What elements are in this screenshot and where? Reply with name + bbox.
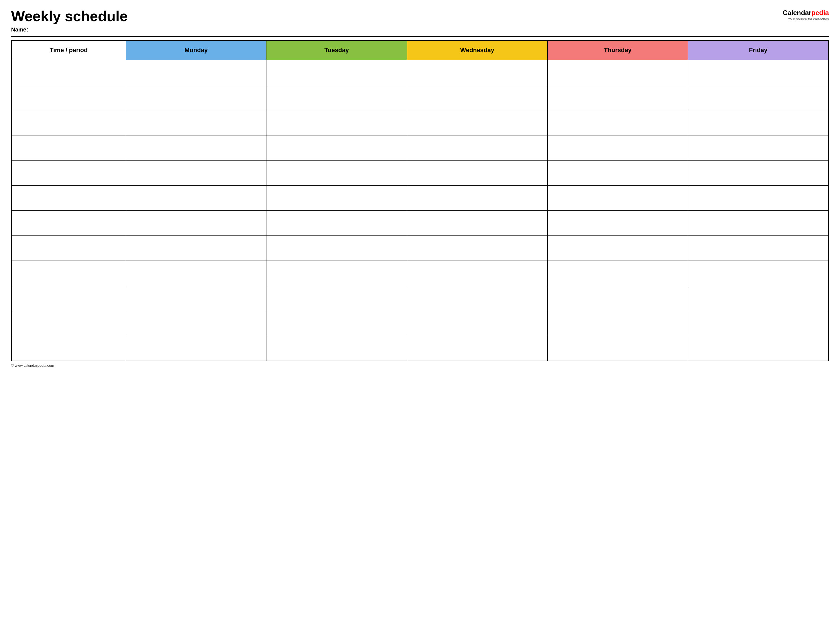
table-cell-row2-col0[interactable] — [11, 110, 126, 135]
table-row — [11, 260, 829, 285]
table-cell-row8-col1[interactable] — [126, 260, 266, 285]
title-section: Weekly schedule Name: — [11, 8, 128, 33]
table-cell-row0-col2[interactable] — [267, 60, 407, 85]
table-cell-row8-col3[interactable] — [407, 260, 547, 285]
col-header-thursday: Thursday — [547, 40, 688, 60]
table-cell-row5-col2[interactable] — [267, 185, 407, 210]
table-cell-row2-col3[interactable] — [407, 110, 547, 135]
table-cell-row7-col3[interactable] — [407, 235, 547, 260]
table-cell-row7-col1[interactable] — [126, 235, 266, 260]
table-row — [11, 135, 829, 160]
logo-text: Calendarpedia — [783, 9, 829, 16]
table-cell-row9-col4[interactable] — [547, 285, 688, 311]
table-cell-row8-col0[interactable] — [11, 260, 126, 285]
table-cell-row6-col2[interactable] — [267, 210, 407, 235]
logo-tagline: Your source for calendars — [788, 17, 829, 21]
table-cell-row8-col4[interactable] — [547, 260, 688, 285]
table-cell-row0-col3[interactable] — [407, 60, 547, 85]
col-header-monday: Monday — [126, 40, 266, 60]
table-cell-row4-col5[interactable] — [688, 160, 829, 185]
table-row — [11, 185, 829, 210]
table-cell-row7-col2[interactable] — [267, 235, 407, 260]
table-row — [11, 285, 829, 311]
logo-calendar: Calendar — [783, 9, 812, 16]
table-cell-row10-col3[interactable] — [407, 311, 547, 336]
table-cell-row5-col1[interactable] — [126, 185, 266, 210]
table-cell-row3-col4[interactable] — [547, 135, 688, 160]
table-cell-row1-col3[interactable] — [407, 85, 547, 110]
table-cell-row2-col1[interactable] — [126, 110, 266, 135]
table-cell-row10-col5[interactable] — [688, 311, 829, 336]
table-cell-row0-col5[interactable] — [688, 60, 829, 85]
table-cell-row8-col2[interactable] — [267, 260, 407, 285]
table-cell-row9-col5[interactable] — [688, 285, 829, 311]
table-cell-row0-col4[interactable] — [547, 60, 688, 85]
table-cell-row1-col2[interactable] — [267, 85, 407, 110]
col-header-time: Time / period — [11, 40, 126, 60]
col-header-friday: Friday — [688, 40, 829, 60]
table-cell-row3-col2[interactable] — [267, 135, 407, 160]
table-cell-row1-col5[interactable] — [688, 85, 829, 110]
table-cell-row11-col0[interactable] — [11, 336, 126, 361]
table-cell-row1-col1[interactable] — [126, 85, 266, 110]
table-cell-row2-col2[interactable] — [267, 110, 407, 135]
page-header: Weekly schedule Name: Calendarpedia Your… — [11, 8, 829, 33]
table-row — [11, 311, 829, 336]
table-cell-row2-col5[interactable] — [688, 110, 829, 135]
table-cell-row10-col0[interactable] — [11, 311, 126, 336]
table-cell-row11-col5[interactable] — [688, 336, 829, 361]
table-cell-row11-col4[interactable] — [547, 336, 688, 361]
table-cell-row1-col4[interactable] — [547, 85, 688, 110]
table-cell-row3-col0[interactable] — [11, 135, 126, 160]
table-cell-row0-col1[interactable] — [126, 60, 266, 85]
col-header-wednesday: Wednesday — [407, 40, 547, 60]
table-cell-row9-col0[interactable] — [11, 285, 126, 311]
col-header-tuesday: Tuesday — [267, 40, 407, 60]
footer: © www.calendarpedia.com — [11, 363, 829, 367]
logo-pedia: pedia — [811, 9, 829, 16]
table-cell-row4-col2[interactable] — [267, 160, 407, 185]
table-cell-row0-col0[interactable] — [11, 60, 126, 85]
table-cell-row3-col1[interactable] — [126, 135, 266, 160]
table-cell-row9-col3[interactable] — [407, 285, 547, 311]
header-divider — [11, 36, 829, 37]
table-cell-row1-col0[interactable] — [11, 85, 126, 110]
table-cell-row5-col4[interactable] — [547, 185, 688, 210]
table-row — [11, 160, 829, 185]
table-cell-row11-col2[interactable] — [267, 336, 407, 361]
table-cell-row7-col0[interactable] — [11, 235, 126, 260]
table-cell-row10-col4[interactable] — [547, 311, 688, 336]
table-cell-row4-col1[interactable] — [126, 160, 266, 185]
table-cell-row2-col4[interactable] — [547, 110, 688, 135]
table-cell-row6-col3[interactable] — [407, 210, 547, 235]
table-cell-row4-col3[interactable] — [407, 160, 547, 185]
table-cell-row5-col0[interactable] — [11, 185, 126, 210]
table-cell-row6-col5[interactable] — [688, 210, 829, 235]
table-cell-row5-col3[interactable] — [407, 185, 547, 210]
table-cell-row6-col1[interactable] — [126, 210, 266, 235]
table-cell-row10-col2[interactable] — [267, 311, 407, 336]
table-cell-row11-col3[interactable] — [407, 336, 547, 361]
table-cell-row7-col4[interactable] — [547, 235, 688, 260]
logo-section: Calendarpedia Your source for calendars — [783, 8, 829, 21]
name-label: Name: — [11, 27, 128, 33]
table-cell-row3-col5[interactable] — [688, 135, 829, 160]
table-cell-row9-col1[interactable] — [126, 285, 266, 311]
table-cell-row3-col3[interactable] — [407, 135, 547, 160]
table-row — [11, 85, 829, 110]
table-cell-row8-col5[interactable] — [688, 260, 829, 285]
table-cell-row4-col0[interactable] — [11, 160, 126, 185]
table-cell-row9-col2[interactable] — [267, 285, 407, 311]
table-cell-row6-col4[interactable] — [547, 210, 688, 235]
schedule-table: Time / period Monday Tuesday Wednesday T… — [11, 40, 829, 361]
table-cell-row7-col5[interactable] — [688, 235, 829, 260]
table-cell-row5-col5[interactable] — [688, 185, 829, 210]
table-cell-row11-col1[interactable] — [126, 336, 266, 361]
table-cell-row4-col4[interactable] — [547, 160, 688, 185]
table-row — [11, 210, 829, 235]
footer-text: © www.calendarpedia.com — [11, 363, 54, 367]
page-title: Weekly schedule — [11, 8, 128, 24]
table-header-row: Time / period Monday Tuesday Wednesday T… — [11, 40, 829, 60]
table-cell-row10-col1[interactable] — [126, 311, 266, 336]
table-cell-row6-col0[interactable] — [11, 210, 126, 235]
